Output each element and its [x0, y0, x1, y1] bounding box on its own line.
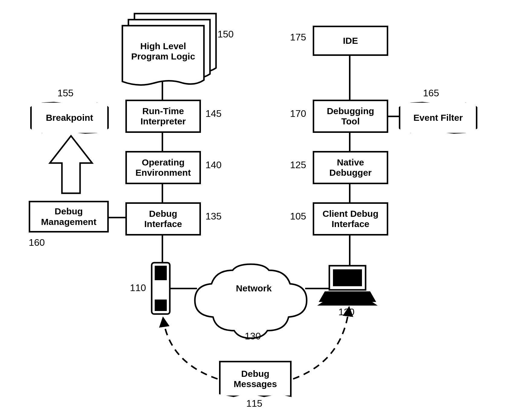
ref-115: 115 [246, 398, 262, 409]
ref-125: 125 [290, 159, 306, 171]
node-ide: IDE [313, 26, 388, 56]
ref-105: 105 [290, 211, 306, 222]
connector [109, 217, 125, 218]
laptop-icon [317, 266, 378, 306]
connector [162, 81, 163, 101]
node-native-debugger: NativeDebugger [313, 151, 388, 184]
ref-150: 150 [218, 29, 234, 40]
svg-rect-3 [329, 266, 366, 290]
label: IDE [343, 36, 358, 46]
label: NativeDebugger [329, 157, 372, 178]
diagram-canvas: High LevelProgram Logic 150 Run-TimeInte… [0, 0, 523, 420]
ref-120: 120 [338, 306, 354, 318]
label: DebugInterface [144, 209, 182, 229]
label: OperatingEnvironment [135, 157, 191, 178]
node-breakpoint: Breakpoint [30, 101, 109, 134]
connector [349, 184, 350, 202]
label: DebugMessages [234, 369, 277, 390]
ref-155: 155 [57, 88, 73, 99]
node-client-debug-interface: Client DebugInterface [313, 202, 388, 236]
label: Event Filter [413, 113, 463, 123]
node-high-level-program-logic: High LevelProgram Logic [122, 29, 204, 74]
ref-175: 175 [290, 32, 306, 43]
connector [305, 288, 329, 289]
svg-rect-0 [152, 263, 170, 314]
connector [388, 116, 399, 117]
phone-icon [152, 263, 170, 314]
connector [162, 236, 163, 263]
connector [349, 56, 350, 100]
ref-135: 135 [205, 211, 221, 222]
ref-145: 145 [205, 108, 221, 119]
label: Network [236, 283, 272, 294]
node-debugging-tool: DebuggingTool [313, 100, 388, 133]
node-event-filter: Event Filter [399, 101, 477, 134]
svg-rect-2 [155, 300, 167, 311]
connector [349, 133, 350, 151]
node-operating-environment: OperatingEnvironment [125, 151, 201, 184]
ref-110: 110 [130, 282, 146, 293]
node-debug-management: DebugManagement [29, 201, 109, 232]
node-network: Network [234, 282, 273, 294]
label: Run-TimeInterpreter [140, 106, 186, 127]
label: DebuggingTool [327, 106, 374, 127]
ref-160: 160 [29, 237, 45, 248]
label: Breakpoint [46, 113, 93, 123]
node-debug-messages: DebugMessages [219, 361, 292, 397]
ref-130: 130 [245, 331, 261, 342]
connector [162, 133, 163, 151]
connector [162, 184, 163, 202]
ref-165: 165 [423, 88, 439, 99]
svg-rect-1 [155, 266, 167, 280]
connector [349, 236, 350, 266]
ref-170: 170 [290, 108, 306, 119]
label: DebugManagement [41, 206, 96, 227]
ref-140: 140 [205, 159, 221, 171]
node-debug-interface: DebugInterface [125, 202, 201, 236]
svg-rect-4 [333, 269, 362, 286]
label: Client DebugInterface [323, 209, 379, 229]
node-run-time-interpreter: Run-TimeInterpreter [125, 100, 201, 133]
connector [170, 288, 197, 289]
label: High LevelProgram Logic [131, 41, 195, 62]
